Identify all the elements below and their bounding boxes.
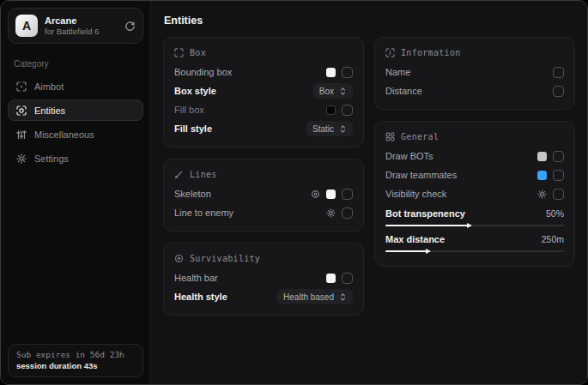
draw-teammates-label: Draw teammates (385, 170, 457, 180)
refresh-icon[interactable] (124, 21, 136, 32)
fill-style-value: Static (312, 124, 334, 134)
skeleton-settings-icon[interactable] (311, 189, 320, 199)
session-duration-text: session duration 43s (16, 361, 135, 370)
brand-logo: A (15, 15, 38, 37)
draw-bots-checkbox[interactable] (553, 151, 564, 162)
fill-style-label: Fill style (174, 123, 212, 134)
chevrons-up-down-icon (339, 87, 347, 96)
fill-style-row: Fill style Static (174, 119, 353, 138)
category-label: Category (14, 59, 143, 69)
bounding-box-row: Bounding box (174, 63, 353, 81)
fill-box-checkbox[interactable] (342, 105, 353, 116)
lines-card: Lines Skeleton (163, 159, 364, 232)
health-bar-checkbox[interactable] (342, 273, 353, 284)
bounding-box-checkbox[interactable] (342, 67, 353, 78)
survivability-card: Survivability Health bar Health style He… (163, 243, 364, 316)
sidebar-item-label: Entities (34, 105, 65, 116)
bounding-box-color-swatch[interactable] (326, 68, 336, 77)
sidebar-item-label: Miscellaneous (34, 129, 94, 140)
grid-icon (385, 132, 395, 141)
bot-transparency-value: 50% (546, 208, 564, 219)
draw-bots-color-swatch[interactable] (537, 152, 547, 161)
scan-eye-icon (15, 105, 27, 116)
max-distance-label: Max distance (385, 234, 445, 244)
sidebar-item-settings[interactable]: Settings (8, 147, 143, 169)
sidebar-item-label: Aimbot (34, 81, 64, 92)
gear-icon (15, 153, 27, 164)
info-scan-icon (385, 48, 395, 57)
health-style-value: Health based (283, 292, 334, 302)
health-bar-label: Health bar (174, 273, 218, 283)
gear-icon[interactable] (537, 189, 547, 199)
sliders-icon (15, 129, 27, 140)
health-style-label: Health style (174, 292, 227, 302)
health-bar-row: Health bar (174, 268, 353, 287)
fill-style-dropdown[interactable]: Static (306, 121, 353, 136)
box-style-label: Box style (174, 86, 216, 96)
max-distance-value: 250m (542, 234, 564, 244)
box-style-dropdown[interactable]: Box (313, 83, 353, 99)
information-card: Information Name Distance (374, 37, 575, 110)
sidebar-item-label: Settings (34, 153, 69, 164)
fill-box-row: Fill box (174, 100, 353, 119)
skeleton-checkbox[interactable] (342, 189, 353, 200)
visibility-check-row: Visibility check (385, 184, 564, 203)
general-card: General Draw BOTs Draw teammates (374, 121, 575, 267)
fill-box-label: Fill box (174, 105, 204, 115)
max-distance-group: Max distance 250m (385, 232, 564, 252)
draw-teammates-row: Draw teammates (385, 165, 564, 184)
health-style-row: Health style Health based (174, 287, 353, 306)
lines-card-title: Lines (174, 170, 353, 179)
health-style-dropdown[interactable]: Health based (277, 289, 353, 304)
skeleton-color-swatch[interactable] (326, 189, 336, 199)
bot-transparency-label: Bot transpenency (385, 208, 465, 219)
fill-box-color-swatch[interactable] (326, 105, 336, 115)
sidebar-item-aimbot[interactable]: Aimbot (8, 75, 143, 97)
brand-card: A Arcane for Battlefield 6 (8, 8, 143, 44)
app-window: A Arcane for Battlefield 6 Category (0, 0, 588, 385)
draw-teammates-checkbox[interactable] (553, 170, 564, 181)
sub-expires-text: Sub expires in 56d 23h (16, 350, 135, 359)
crosshair-icon (15, 81, 27, 92)
sidebar-item-miscellaneous[interactable]: Miscellaneous (8, 123, 143, 145)
slider-thumb[interactable] (426, 249, 431, 254)
sidebar: A Arcane for Battlefield 6 Category (1, 1, 151, 384)
health-cross-icon (174, 254, 184, 263)
draw-teammates-color-swatch[interactable] (537, 171, 547, 180)
page-title: Entities (164, 15, 575, 27)
visibility-check-label: Visibility check (385, 189, 446, 199)
draw-bots-row: Draw BOTs (385, 147, 564, 165)
bounding-box-label: Bounding box (174, 67, 232, 77)
line-to-enemy-checkbox[interactable] (342, 208, 353, 219)
information-card-title: Information (385, 48, 564, 57)
gear-icon[interactable] (326, 208, 336, 218)
box-scan-icon (174, 48, 184, 57)
slider-thumb[interactable] (467, 223, 472, 228)
survivability-card-title: Survivability (174, 254, 353, 263)
box-card-title: Box (174, 48, 353, 57)
name-checkbox[interactable] (553, 67, 564, 78)
draw-bots-label: Draw BOTs (385, 151, 433, 161)
brand-name: Arcane (45, 15, 118, 26)
line-to-enemy-label: Line to enemy (174, 208, 233, 218)
pencil-icon (174, 170, 184, 179)
max-distance-slider[interactable] (385, 250, 564, 252)
sidebar-nav: Aimbot Entities Miscella (8, 75, 143, 169)
health-bar-color-swatch[interactable] (326, 274, 336, 283)
skeleton-label: Skeleton (174, 189, 211, 199)
distance-checkbox[interactable] (553, 86, 564, 97)
distance-label: Distance (385, 86, 422, 96)
box-card: Box Bounding box Box style Box (163, 37, 364, 147)
box-style-row: Box style Box (174, 81, 353, 100)
chevrons-up-down-icon (339, 124, 347, 134)
visibility-check-checkbox[interactable] (553, 189, 564, 200)
name-label: Name (385, 67, 410, 77)
distance-row: Distance (385, 81, 564, 100)
bot-transparency-slider[interactable] (385, 225, 564, 226)
brand-subtitle: for Battlefield 6 (45, 27, 118, 36)
brand-text: Arcane for Battlefield 6 (45, 15, 118, 36)
main-panel: Entities Box Bounding box (151, 1, 587, 384)
sidebar-item-entities[interactable]: Entities (8, 99, 143, 121)
bot-transparency-group: Bot transpenency 50% (385, 206, 564, 226)
line-to-enemy-row: Line to enemy (174, 203, 353, 222)
